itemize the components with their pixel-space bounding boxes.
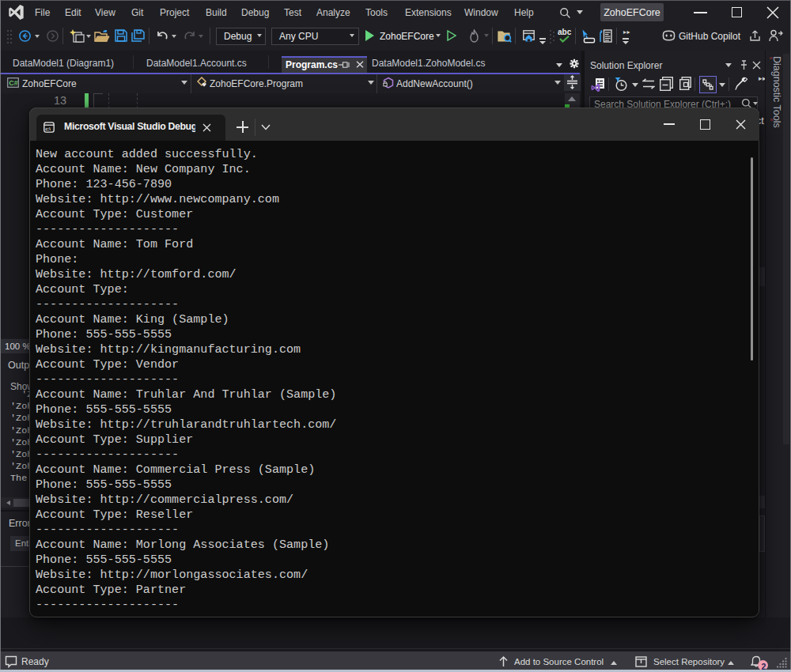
- svg-text:c:\: c:\: [45, 126, 51, 131]
- svg-text:C#: C#: [9, 79, 18, 87]
